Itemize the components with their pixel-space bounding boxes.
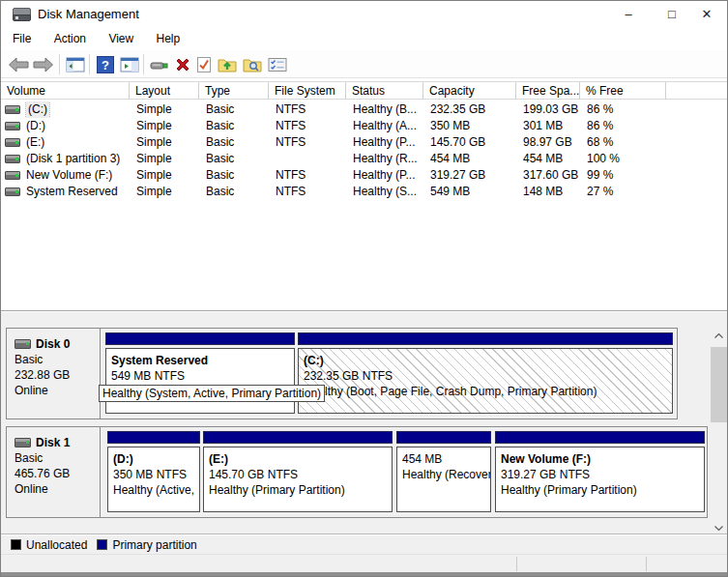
delete-volume-icon[interactable]	[171, 53, 194, 75]
table-row[interactable]: (E:) Simple Basic NTFS Healthy (P... 145…	[1, 134, 728, 151]
col-header-type[interactable]: Type	[199, 82, 269, 100]
disk-icon	[15, 339, 31, 349]
legend-item-primary-partition: Primary partition	[97, 538, 196, 552]
partition-type-bar	[107, 431, 200, 444]
primary-partition-swatch	[97, 539, 107, 550]
partition-status: Healthy (Recover	[402, 467, 490, 482]
volume-name: System Reserved	[26, 184, 118, 200]
volume-list: Volume Layout Type File System Status Ca…	[1, 81, 728, 310]
status-bar-divider	[516, 557, 517, 571]
partition-name: (D:)	[113, 451, 199, 467]
volume-fs: NTFS	[269, 134, 346, 151]
partition-status: Healthy (Primary Partition)	[209, 482, 392, 498]
table-row[interactable]: System Reserved Simple Basic NTFS Health…	[1, 184, 728, 200]
volume-type: Basic	[199, 167, 269, 184]
volume-pct-free: 86 %	[580, 118, 666, 134]
legend-bar: Unallocated Primary partition	[1, 534, 728, 554]
volume-name: (D:)	[26, 118, 45, 134]
volume-status: Healthy (S...	[346, 184, 423, 200]
col-header-status[interactable]: Status	[346, 82, 423, 100]
disk-0-label[interactable]: Disk 0 Basic 232.88 GB Online	[7, 329, 101, 418]
volume-layout: Simple	[130, 167, 199, 184]
device-icon[interactable]	[148, 53, 171, 75]
col-header-volume[interactable]: Volume	[1, 82, 130, 100]
legend-item-unallocated: Unallocated	[11, 538, 87, 552]
volume-type: Basic	[199, 184, 269, 200]
svg-text:?: ?	[102, 57, 109, 72]
minimize-button[interactable]: –	[612, 1, 645, 28]
col-header-free-space[interactable]: Free Spa...	[516, 82, 580, 100]
disk-size: 465.76 GB	[15, 466, 100, 481]
unallocated-swatch	[11, 539, 21, 550]
scroll-up-icon[interactable]	[711, 328, 727, 344]
show-console-tree-icon[interactable]	[64, 53, 87, 75]
maximize-button[interactable]: □	[655, 1, 688, 28]
col-header-file-system[interactable]: File System	[269, 82, 346, 100]
menu-bar: File Action View Help	[1, 28, 727, 50]
disk-kind: Basic	[15, 352, 100, 367]
disk-name: Disk 0	[36, 336, 70, 352]
disk-state: Online	[15, 383, 100, 398]
title-bar: Disk Management – □ ✕	[1, 1, 727, 28]
volume-list-header: Volume Layout Type File System Status Ca…	[1, 81, 728, 100]
volume-type: Basic	[199, 134, 269, 151]
partition-status: Healthy (Active,	[113, 482, 199, 498]
menu-file[interactable]: File	[3, 28, 41, 50]
disk-1-row: Disk 1 Basic 465.76 GB Online (D:) 350 M…	[6, 426, 708, 518]
legend-label: Unallocated	[26, 538, 87, 552]
disk-size: 232.88 GB	[15, 367, 100, 383]
volume-icon	[5, 138, 20, 147]
volume-icon	[5, 105, 20, 114]
close-button[interactable]: ✕	[690, 1, 723, 28]
col-header-pct-free[interactable]: % Free	[580, 82, 666, 100]
explore-icon[interactable]	[241, 53, 264, 75]
volume-capacity: 454 MB	[423, 151, 516, 167]
properties-icon[interactable]	[266, 53, 289, 75]
mark-partition-icon[interactable]	[192, 53, 216, 75]
partition-type-bar	[203, 431, 393, 444]
volume-pct-free: 68 %	[580, 134, 666, 151]
disk-state: Online	[15, 481, 100, 497]
volume-free: 301 MB	[516, 118, 580, 134]
table-row[interactable]: (Disk 1 partition 3) Simple Basic Health…	[1, 151, 728, 167]
table-row[interactable]: (D:) Simple Basic NTFS Healthy (A... 350…	[1, 118, 728, 134]
menu-view[interactable]: View	[99, 28, 143, 50]
disk-0-row: Disk 0 Basic 232.88 GB Online System Res…	[6, 328, 678, 419]
volume-name: (C:)	[26, 101, 49, 118]
scrollbar-thumb[interactable]	[711, 347, 727, 422]
table-row[interactable]: (C:) Simple Basic NTFS Healthy (B... 232…	[1, 101, 728, 118]
table-row[interactable]: New Volume (F:) Simple Basic NTFS Health…	[1, 167, 728, 184]
volume-pct-free: 86 %	[580, 101, 666, 118]
volume-capacity: 350 MB	[423, 118, 516, 134]
volume-icon	[5, 155, 20, 163]
back-icon[interactable]	[7, 53, 30, 75]
partition-f[interactable]: New Volume (F:) 319.27 GB NTFS Healthy (…	[495, 431, 705, 512]
partition-name: New Volume (F:)	[501, 451, 704, 467]
forward-icon[interactable]	[32, 53, 55, 75]
disk-name: Disk 1	[36, 435, 70, 450]
volume-fs: NTFS	[269, 167, 346, 184]
show-action-pane-icon[interactable]	[118, 53, 141, 75]
volume-free: 98.97 GB	[516, 134, 580, 151]
volume-free: 317.60 GB	[516, 167, 580, 184]
col-header-layout[interactable]: Layout	[130, 82, 199, 100]
partition-status: Healthy (Boot, Page File, Crash Dump, Pr…	[304, 384, 672, 399]
menu-help[interactable]: Help	[147, 28, 190, 50]
partition-e[interactable]: (E:) 145.70 GB NTFS Healthy (Primary Par…	[203, 431, 393, 512]
disk-1-label[interactable]: Disk 1 Basic 465.76 GB Online	[7, 427, 101, 517]
partition-d[interactable]: (D:) 350 MB NTFS Healthy (Active,	[107, 431, 200, 512]
volume-capacity: 319.27 GB	[423, 167, 516, 184]
partition-name: System Reserved	[111, 353, 294, 368]
vertical-scrollbar[interactable]	[711, 328, 727, 536]
volume-layout: Simple	[130, 184, 199, 200]
menu-action[interactable]: Action	[44, 28, 96, 50]
help-icon[interactable]: ?	[94, 53, 117, 75]
open-icon[interactable]	[216, 53, 239, 75]
volume-fs: NTFS	[269, 101, 346, 118]
partition-recovery[interactable]: 454 MB Healthy (Recover	[396, 431, 491, 512]
col-header-capacity[interactable]: Capacity	[423, 82, 516, 100]
partition-c[interactable]: (C:) 232.35 GB NTFS Healthy (Boot, Page …	[298, 332, 673, 414]
volume-status: Healthy (P...	[346, 134, 423, 151]
volume-status: Healthy (P...	[346, 167, 423, 184]
partition-status-tooltip: Healthy (System, Active, Primary Partiti…	[99, 385, 325, 402]
